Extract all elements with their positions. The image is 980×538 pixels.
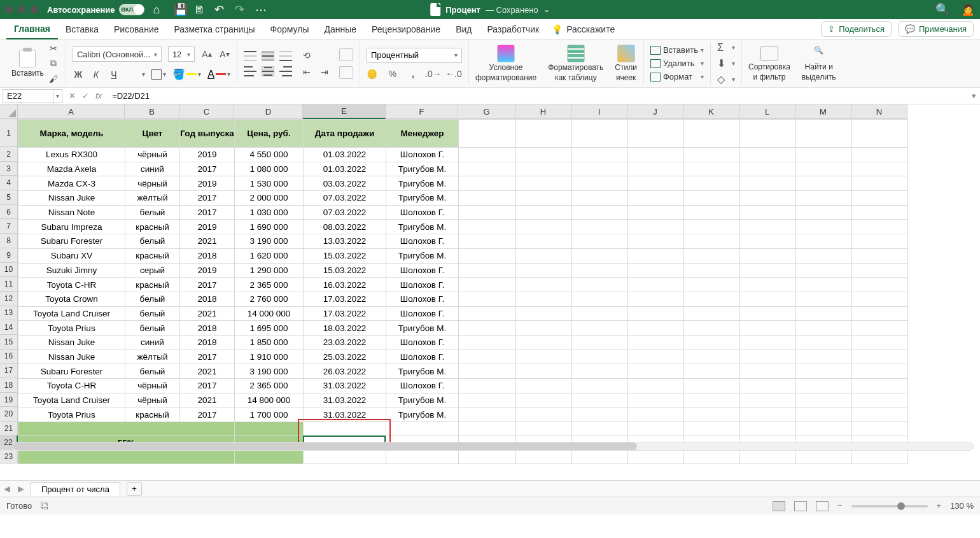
row-header-1[interactable]: 1 (0, 119, 18, 147)
zoom-slider[interactable] (851, 505, 928, 507)
home-icon[interactable]: ⌂ (153, 4, 165, 15)
paste-button[interactable]: Вставить (11, 50, 44, 78)
formula-input[interactable]: =D22/D21 (108, 91, 968, 101)
row-header-13[interactable]: 13 (0, 306, 18, 321)
col-header-M[interactable]: M (795, 104, 851, 119)
expand-formula-bar-icon[interactable]: ▾ (968, 91, 980, 101)
row-header-21[interactable]: 21 (0, 421, 18, 435)
format-cells-button[interactable]: Формат▾ (650, 72, 704, 81)
comments-button[interactable]: 💬 Примечания (898, 21, 974, 37)
row-header-20[interactable]: 20 (0, 407, 18, 421)
insert-cells-button[interactable]: Вставить▾ (650, 45, 704, 55)
redo-icon[interactable]: ↷ (235, 4, 246, 15)
col-header-C[interactable]: C (179, 104, 234, 119)
sort-filter-button[interactable]: Сортировка и фильтр (748, 46, 790, 81)
col-header-K[interactable]: K (683, 104, 739, 119)
col-header-H[interactable]: H (515, 104, 571, 119)
merge-cells-button[interactable] (339, 66, 353, 79)
accept-formula-icon[interactable]: ✓ (82, 91, 89, 101)
row-header-12[interactable]: 12 (0, 292, 18, 306)
col-header-B[interactable]: B (125, 104, 179, 119)
autosave-toggle[interactable]: Автосохранение ВКЛ. (47, 4, 144, 15)
maximize-window-icon[interactable] (31, 6, 38, 13)
find-select-button[interactable]: 🔍 Найти и выделить (802, 46, 836, 81)
add-sheet-button[interactable]: + (127, 482, 142, 496)
number-format-select[interactable]: Процентный▾ (367, 48, 462, 63)
tab-Рисование[interactable]: Рисование (106, 19, 167, 39)
row-header-16[interactable]: 16 (0, 350, 18, 364)
more-icon[interactable]: ⋯ (255, 4, 267, 15)
col-header-D[interactable]: D (234, 104, 303, 119)
tab-Формулы[interactable]: Формулы (263, 19, 317, 39)
bold-button[interactable]: Ж (73, 69, 84, 80)
save-icon[interactable]: 💾 (174, 4, 185, 15)
col-header-E[interactable]: E (303, 104, 386, 119)
row-header-15[interactable]: 15 (0, 335, 18, 350)
row-header-19[interactable]: 19 (0, 393, 18, 407)
delete-cells-button[interactable]: Удалить▾ (650, 59, 704, 68)
underline-button[interactable]: Ч (108, 69, 120, 80)
col-header-N[interactable]: N (851, 104, 907, 119)
row-header-3[interactable]: 3 (0, 162, 18, 176)
font-color-button[interactable]: А▾ (207, 69, 230, 80)
row-header-18[interactable]: 18 (0, 378, 18, 393)
italic-button[interactable]: К (90, 69, 102, 80)
page-layout-view-icon[interactable] (794, 501, 807, 511)
share-button[interactable]: ⇪ Поделиться (821, 21, 892, 37)
normal-view-icon[interactable] (773, 501, 785, 511)
zoom-in-icon[interactable]: + (937, 501, 942, 511)
increase-font-icon[interactable]: A▴ (201, 48, 213, 60)
select-all-corner[interactable] (0, 104, 18, 119)
decrease-decimal-icon[interactable]: ←.0 (448, 68, 459, 80)
account-icon[interactable]: 🙍 (961, 4, 975, 15)
row-header-6[interactable]: 6 (0, 205, 18, 220)
tab-Главная[interactable]: Главная (6, 19, 58, 39)
tab-Данные[interactable]: Данные (316, 19, 364, 39)
horizontal-scrollbar[interactable] (13, 442, 974, 451)
undo-icon[interactable]: ↶ (214, 4, 226, 15)
row-header-10[interactable]: 10 (0, 263, 18, 278)
next-sheet-icon[interactable]: ▶ (15, 483, 27, 495)
fill-color-button[interactable]: 🪣▾ (172, 68, 201, 80)
tab-Рецензирование[interactable]: Рецензирование (364, 19, 448, 39)
cancel-formula-icon[interactable]: ✕ (69, 91, 76, 101)
col-header-L[interactable]: L (739, 104, 795, 119)
column-headers[interactable]: ABCDEFGHIJKLMN (18, 104, 907, 119)
col-header-G[interactable]: G (458, 104, 515, 119)
format-painter-icon[interactable]: 🖌 (48, 73, 59, 85)
search-icon[interactable]: 🔍 (935, 4, 949, 15)
zoom-level[interactable]: 130 % (950, 501, 974, 511)
row-header-11[interactable]: 11 (0, 277, 18, 292)
wrap-text-button[interactable] (339, 48, 353, 61)
col-header-F[interactable]: F (386, 104, 458, 119)
row-header-9[interactable]: 9 (0, 248, 18, 263)
tab-Разработчик[interactable]: Разработчик (479, 19, 547, 39)
col-header-A[interactable]: A (18, 104, 125, 119)
name-box-dropdown[interactable]: ▾ (53, 89, 62, 103)
comma-icon[interactable]: , (407, 68, 419, 80)
fx-icon[interactable]: fx (95, 91, 102, 101)
increase-decimal-icon[interactable]: .0→ (428, 68, 439, 80)
tab-Разметка страницы[interactable]: Разметка страницы (167, 19, 263, 39)
font-name-select[interactable]: Calibri (Основной...▾ (73, 46, 162, 62)
page-break-view-icon[interactable] (816, 501, 829, 511)
currency-icon[interactable]: 🪙 (367, 68, 378, 80)
horizontal-align[interactable] (244, 66, 292, 76)
increase-indent-icon[interactable]: ⇥ (319, 66, 330, 78)
tab-Вставка[interactable]: Вставка (58, 19, 106, 39)
fill-button[interactable]: ⬇▾ (717, 57, 735, 69)
tell-me[interactable]: 💡 Расскажите (552, 24, 615, 34)
row-header-17[interactable]: 17 (0, 364, 18, 378)
zoom-out-icon[interactable]: − (837, 501, 843, 511)
row-header-5[interactable]: 5 (0, 190, 18, 205)
clear-button[interactable]: ◇▾ (717, 73, 735, 85)
minimize-window-icon[interactable] (18, 6, 25, 13)
col-header-I[interactable]: I (571, 104, 627, 119)
sheet-tab[interactable]: Процент от числа (31, 482, 120, 496)
save-check-icon[interactable]: 🗎 (194, 4, 206, 15)
close-window-icon[interactable] (5, 6, 13, 13)
accessibility-icon[interactable]: ⿻ (41, 501, 49, 511)
font-size-select[interactable]: 12▾ (168, 46, 195, 62)
spreadsheet-area[interactable]: ABCDEFGHIJKLMN 1234567891011121314151617… (0, 104, 980, 480)
row-header-23[interactable]: 23 (0, 450, 18, 464)
